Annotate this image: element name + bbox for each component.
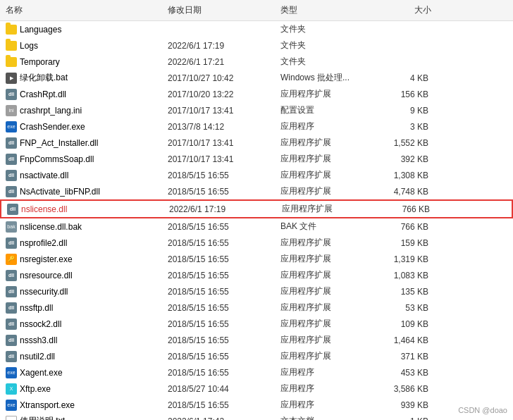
file-type-cell: 文件夹 (275, 22, 366, 37)
file-name-label: 使用说明.txt (20, 415, 65, 420)
file-size-cell: 1,319 KB (366, 253, 437, 266)
file-size-cell: 9 KB (366, 104, 437, 117)
file-type-cell: 应用程序扩展 (275, 168, 366, 183)
table-row[interactable]: dllNsActivate_libFNP.dll2018/5/15 16:55应… (0, 183, 513, 199)
table-row[interactable]: ▶绿化卸载.bat2017/10/27 10:42Windows 批处理...4… (0, 70, 513, 86)
ini-icon: ini (6, 105, 17, 116)
table-row[interactable]: dllnssftp.dll2018/5/15 16:55应用程序扩展53 KB (0, 299, 513, 316)
file-name-label: crashrpt_lang.ini (20, 106, 82, 116)
file-name-cell: 🔑nsregister.exe (0, 252, 162, 266)
file-date-cell: 2018/5/15 16:55 (162, 302, 275, 314)
file-size-cell: 1 KB (366, 415, 437, 421)
file-type-cell: 应用程序扩展 (275, 87, 366, 101)
file-date-cell: 2022/6/1 17:19 (162, 39, 275, 52)
dll-icon: dll (7, 204, 18, 215)
file-type-cell: 应用程序扩展 (275, 300, 366, 315)
file-size-cell: 1,464 KB (366, 334, 437, 347)
file-date-cell: 2017/10/20 13:22 (162, 88, 275, 101)
table-row[interactable]: exeCrashSender.exe2013/7/8 14:12应用程序3 KB (0, 118, 513, 135)
file-size-cell (366, 28, 437, 31)
file-size-cell: 1,083 KB (366, 269, 437, 282)
file-name-cell: Languages (0, 23, 162, 37)
file-name-cell: inicrashrpt_lang.ini (0, 104, 162, 118)
file-name-label: NsActivate_libFNP.dll (20, 187, 100, 197)
file-name-label: CrashRpt.dll (20, 89, 66, 99)
table-row[interactable]: dllnsssh3.dll2018/5/15 16:55应用程序扩展1,464 … (0, 332, 513, 348)
file-size-cell: 1,552 KB (366, 137, 437, 149)
file-name-cell: exeXtransport.exe (0, 398, 162, 412)
file-name-cell: exeCrashSender.exe (0, 120, 162, 134)
dll-icon: dll (6, 137, 17, 149)
table-row[interactable]: Temporary2022/6/1 17:21文件夹 (0, 54, 513, 70)
table-row[interactable]: dllnsprofile2.dll2018/5/15 16:55应用程序扩展15… (0, 235, 513, 251)
dll-icon: dll (6, 154, 17, 165)
file-size-cell (366, 44, 437, 47)
table-row[interactable]: dllnsutil2.dll2018/5/15 16:55应用程序扩展371 K… (0, 348, 513, 364)
file-date-cell: 2018/5/15 16:55 (162, 253, 275, 266)
bat-icon: ▶ (6, 73, 17, 84)
file-name-cell: dllnssock2.dll (0, 317, 162, 331)
table-row[interactable]: dllCrashRpt.dll2017/10/20 13:22应用程序扩展156… (0, 86, 513, 102)
col-date-header[interactable]: 修改日期 (162, 3, 275, 18)
table-row[interactable]: ≡使用说明.txt2022/6/1 17:42文本文档1 KB (0, 413, 513, 420)
folder-icon (6, 41, 17, 51)
table-row[interactable]: Logs2022/6/1 17:19文件夹 (0, 37, 513, 54)
file-name-cell: XXftp.exe (0, 382, 162, 396)
file-type-cell: 应用程序扩展 (275, 252, 366, 266)
file-size-cell: 4 KB (366, 72, 437, 85)
file-size-cell: 135 KB (366, 285, 437, 298)
table-row[interactable]: Languages文件夹 (0, 21, 513, 37)
file-name-label: nsssh3.dll (20, 335, 57, 345)
dll-icon: dll (6, 319, 17, 330)
file-name-label: FNP_Act_Installer.dll (20, 138, 98, 148)
file-type-cell: 应用程序扩展 (275, 333, 366, 347)
file-name-label: nsresource.dll (20, 271, 73, 280)
file-date-cell: 2017/10/17 13:41 (162, 137, 275, 149)
file-name-cell: ≡使用说明.txt (0, 414, 162, 420)
file-size-cell: 156 KB (366, 88, 437, 101)
dll-icon: dll (6, 270, 17, 281)
table-row[interactable]: inicrashrpt_lang.ini2017/10/17 13:41配置设置… (0, 102, 513, 118)
folder-icon (6, 57, 17, 67)
table-row[interactable]: exeXtransport.exe2018/5/15 16:55应用程序939 … (0, 397, 513, 413)
file-size-cell: 939 KB (366, 399, 437, 412)
col-size-header[interactable]: 大小 (366, 3, 437, 18)
exe-icon: exe (6, 121, 17, 132)
file-name-cell: dllnsssh3.dll (0, 333, 162, 347)
file-name-label: nsprofile2.dll (20, 238, 67, 248)
file-type-cell: 应用程序扩展 (275, 268, 366, 283)
table-row[interactable]: dllnslicense.dll2022/6/1 17:19应用程序扩展766 … (0, 199, 513, 218)
table-row[interactable]: 🔑nsregister.exe2018/5/15 16:55应用程序扩展1,31… (0, 251, 513, 267)
table-row[interactable]: dllnssock2.dll2018/5/15 16:55应用程序扩展109 K… (0, 316, 513, 332)
file-date-cell: 2022/6/1 17:21 (162, 56, 275, 68)
file-size-cell: 159 KB (366, 237, 437, 249)
xft-icon: X (6, 383, 17, 395)
table-row[interactable]: dllnssecurity.dll2018/5/15 16:55应用程序扩展13… (0, 283, 513, 299)
file-type-cell: 应用程序扩展 (275, 184, 366, 199)
file-type-cell: 应用程序 (275, 365, 366, 380)
file-name-cell: dllnsutil2.dll (0, 350, 162, 364)
file-date-cell: 2018/5/27 10:44 (162, 383, 275, 395)
dll-icon: dll (6, 186, 17, 197)
file-name-cell: baknslicense.dll.bak (0, 220, 162, 234)
table-row[interactable]: baknslicense.dll.bak2018/5/15 16:55BAK 文… (0, 218, 513, 235)
col-name-header[interactable]: 名称 (0, 3, 162, 18)
watermark: CSDN @doao (458, 406, 507, 414)
table-row[interactable]: dllFNP_Act_Installer.dll2017/10/17 13:41… (0, 135, 513, 151)
exe-key-icon: 🔑 (6, 254, 17, 265)
file-name-label: nssock2.dll (20, 319, 61, 329)
file-type-cell: 配置设置 (275, 103, 366, 118)
file-date-cell: 2018/5/15 16:55 (162, 350, 275, 363)
table-row[interactable]: XXftp.exe2018/5/27 10:44应用程序3,586 KB (0, 381, 513, 397)
file-date-cell: 2013/7/8 14:12 (162, 121, 275, 133)
col-type-header[interactable]: 类型 (275, 3, 366, 18)
file-name-label: Languages (20, 25, 61, 35)
table-row[interactable]: dllnsresource.dll2018/5/15 16:55应用程序扩展1,… (0, 267, 513, 283)
table-row[interactable]: exeXagent.exe2018/5/15 16:55应用程序453 KB (0, 364, 513, 381)
table-row[interactable]: dllnsactivate.dll2018/5/15 16:55应用程序扩展1,… (0, 167, 513, 183)
dll-icon: dll (6, 170, 17, 181)
file-type-cell: Windows 批处理... (275, 70, 366, 85)
file-name-cell: Logs (0, 39, 162, 53)
file-name-cell: dllnsprofile2.dll (0, 236, 162, 250)
table-row[interactable]: dllFnpCommsSoap.dll2017/10/17 13:41应用程序扩… (0, 151, 513, 167)
